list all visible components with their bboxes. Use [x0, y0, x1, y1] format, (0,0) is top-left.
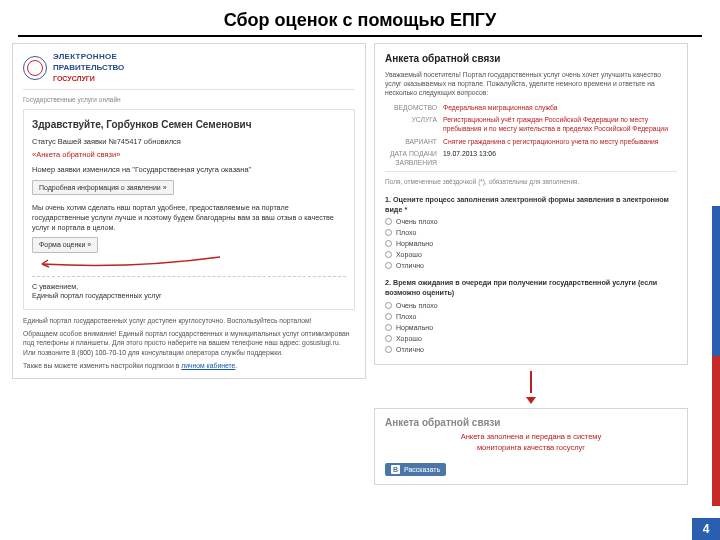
brand-text: ЭЛЕКТРОННОЕ ПРАВИТЕЛЬСТВО ГОСУСЛУГИ: [53, 52, 124, 83]
radio-icon: [385, 313, 392, 320]
page-title: Сбор оценок с помощью ЕПГУ: [0, 0, 720, 35]
value-date: 19.07.2013 13:06: [443, 149, 677, 167]
radio-icon: [385, 240, 392, 247]
radio-icon: [385, 218, 392, 225]
label-usluga: УСЛУГА: [385, 115, 443, 133]
success-line-2: мониторинга качества госуслуг: [385, 443, 677, 452]
radio-icon: [385, 251, 392, 258]
footer-note-2: Обращаем особое внимание! Единый портал …: [23, 329, 355, 357]
survey-heading: Анкета обратной связи: [385, 52, 677, 66]
status-line: Статус Вашей заявки №745417 обновился: [32, 137, 346, 147]
personal-cabinet-link[interactable]: личном кабинете: [181, 362, 235, 369]
q1-opt-3[interactable]: Хорошо: [385, 250, 677, 259]
gosuslugi-emblem-icon: [23, 56, 47, 80]
email-notification-panel: ЭЛЕКТРОННОЕ ПРАВИТЕЛЬСТВО ГОСУСЛУГИ Госу…: [12, 43, 366, 379]
signoff-1: С уважением,: [32, 282, 346, 292]
radio-icon: [385, 324, 392, 331]
annotation-arrow-icon: [32, 257, 346, 271]
q1-opt-0[interactable]: Очень плохо: [385, 217, 677, 226]
question-1: 1. Оцените процесс заполнения электронно…: [385, 195, 677, 214]
label-variant: ВАРИАНТ: [385, 137, 443, 146]
details-button[interactable]: Подробная информация о заявлении »: [32, 180, 174, 195]
radio-icon: [385, 262, 392, 269]
value-variant: Снятие гражданина с регистрационного уче…: [443, 137, 677, 146]
radio-icon: [385, 335, 392, 342]
q2-opt-4[interactable]: Отлично: [385, 345, 677, 354]
notification-body: Здравствуйте, Горбунков Семен Семенович …: [23, 109, 355, 310]
value-usluga: Регистрационный учёт граждан Российской …: [443, 115, 677, 133]
signoff-2: Единый портал государственных услуг: [32, 291, 346, 301]
vk-share-button[interactable]: B Рассказать: [385, 463, 446, 476]
service-quote: «Анкета обратной связи»: [32, 150, 346, 160]
success-line-1: Анкета заполнена и передана в систему: [385, 432, 677, 441]
radio-icon: [385, 346, 392, 353]
page-number: 4: [692, 518, 720, 540]
vk-icon: B: [391, 465, 400, 474]
invite-paragraph: Мы очень хотим сделать наш портал удобне…: [32, 203, 346, 232]
flow-arrow-icon: [374, 371, 688, 404]
survey-intro: Уважаемый посетитель! Портал государстве…: [385, 70, 677, 98]
service-desc: Номер заявки изменился на "Государственн…: [32, 165, 346, 175]
title-underline: [18, 35, 702, 37]
radio-icon: [385, 302, 392, 309]
subheader: Государственные услуги онлайн: [23, 96, 355, 105]
greeting-prefix: Здравствуйте,: [32, 119, 103, 130]
survey-panel: Анкета обратной связи Уважаемый посетите…: [374, 43, 688, 365]
q2-opt-1[interactable]: Плохо: [385, 312, 677, 321]
q2-opt-2[interactable]: Нормально: [385, 323, 677, 332]
survey-success-panel: Анкета обратной связи Анкета заполнена и…: [374, 408, 688, 485]
value-vedomstvo: Федеральная миграционная служба: [443, 103, 677, 112]
footer-note-1: Единый портал государственных услуг дост…: [23, 316, 355, 325]
label-date: ДАТА ПОДАЧИ ЗАЯВЛЕНИЯ: [385, 149, 443, 167]
user-name: Горбунков Семен Семенович: [106, 119, 251, 130]
footer-note-3: Также вы можете изменить настройки подпи…: [23, 362, 181, 369]
q1-opt-2[interactable]: Нормально: [385, 239, 677, 248]
label-vedomstvo: ВЕДОМСТВО: [385, 103, 443, 112]
q2-opt-0[interactable]: Очень плохо: [385, 301, 677, 310]
feedback-form-button[interactable]: Форма оценки »: [32, 237, 98, 252]
q2-opt-3[interactable]: Хорошо: [385, 334, 677, 343]
q1-opt-1[interactable]: Плохо: [385, 228, 677, 237]
q1-opt-4[interactable]: Отлично: [385, 261, 677, 270]
flag-stripes: [712, 56, 720, 506]
radio-icon: [385, 229, 392, 236]
success-heading: Анкета обратной связи: [385, 417, 677, 428]
required-note: Поля, отмеченные звёздочкой (*), обязате…: [385, 178, 677, 187]
question-2: 2. Время ожидания в очереди при получени…: [385, 278, 677, 297]
